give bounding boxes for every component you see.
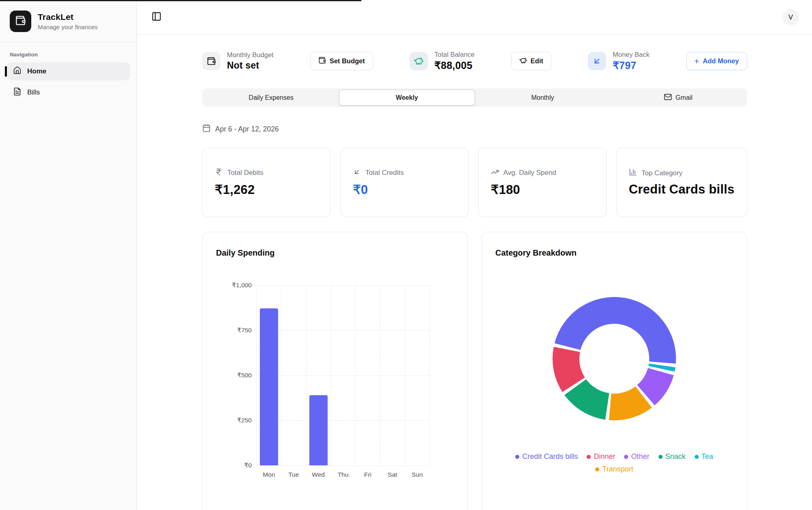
rupee-icon <box>215 168 223 178</box>
main-area: V Monthly Budget Not set Set Budget <box>137 0 812 510</box>
legend-label: Tea <box>702 452 713 461</box>
nav-list: Home Bills <box>0 62 136 101</box>
stat-label: Total Debits <box>227 169 263 177</box>
legend-item-tea[interactable]: Tea <box>695 452 713 461</box>
app-tagline: Manage your finances <box>38 24 98 30</box>
stat-value: Credit Cards bills <box>629 182 734 197</box>
legend-label: Snack <box>665 452 686 461</box>
x-axis-tick: Sat <box>388 471 397 478</box>
calendar-icon <box>202 124 211 134</box>
stat-value: ₹0 <box>353 182 456 197</box>
button-label: Add Money <box>703 57 739 65</box>
content: Monthly Budget Not set Set Budget Total … <box>137 35 812 510</box>
wallet-icon <box>318 56 326 66</box>
wallet-icon <box>15 15 26 28</box>
set-budget-button[interactable]: Set Budget <box>310 52 373 70</box>
piggy-bank-icon <box>519 56 527 66</box>
user-avatar[interactable]: V <box>782 9 799 26</box>
stat-card-avg-daily-spend: Avg. Daily Spend ₹180 <box>478 148 607 217</box>
button-label: Set Budget <box>330 57 365 65</box>
legend-item-credit-cards-bills[interactable]: Credit Cards bills <box>515 452 578 461</box>
tab-monthly[interactable]: Monthly <box>475 90 611 105</box>
avatar-initial: V <box>788 13 793 22</box>
tab-label: Monthly <box>531 94 554 101</box>
x-axis-tick: Mon <box>263 471 275 478</box>
tab-daily-expenses[interactable]: Daily Expenses <box>203 90 339 105</box>
daily-spending-card: Daily Spending ₹1,000₹750₹500₹250₹0MonTu… <box>202 232 468 510</box>
summary-label: Money Back <box>613 51 650 58</box>
legend-dot <box>659 455 663 459</box>
button-label: Edit <box>531 57 543 65</box>
sidebar-item-label: Home <box>27 67 46 75</box>
x-axis-tick: Fri <box>364 471 371 478</box>
legend-label: Transport <box>602 465 633 473</box>
gridline-h <box>257 375 430 376</box>
gridline-h <box>257 420 430 421</box>
category-donut-chart <box>495 296 733 422</box>
tab-label: Daily Expenses <box>249 94 294 101</box>
y-axis-tick: ₹1,000 <box>232 282 252 289</box>
summary-value: ₹797 <box>613 60 650 71</box>
charts-row: Daily Spending ₹1,000₹750₹500₹250₹0MonTu… <box>202 232 747 510</box>
legend-item-snack[interactable]: Snack <box>659 452 686 461</box>
gridline-v <box>380 285 380 465</box>
legend-label: Credit Cards bills <box>522 452 578 461</box>
gridline-h <box>257 330 430 331</box>
bar-wed[interactable] <box>309 395 328 465</box>
sidebar-toggle-button[interactable] <box>149 11 163 24</box>
sidebar-item-label: Bills <box>27 88 40 97</box>
gridline-v <box>405 285 405 465</box>
sidebar-item-home[interactable]: Home <box>6 62 130 80</box>
app-logo <box>10 11 31 32</box>
stat-card-top-category: Top Category Credit Cards bills <box>616 148 747 217</box>
stat-card-total-debits: Total Debits ₹1,262 <box>202 148 330 217</box>
sidebar: TrackLet Manage your finances Navigation… <box>0 0 137 510</box>
stat-value: ₹180 <box>491 182 594 197</box>
y-axis-tick: ₹0 <box>244 462 252 469</box>
money-back-text: Money Back ₹797 <box>613 51 650 71</box>
mail-icon <box>664 93 672 103</box>
tab-label: Gmail <box>676 94 693 101</box>
date-range-row: Apr 6 - Apr 12, 2026 <box>202 124 747 134</box>
legend-item-dinner[interactable]: Dinner <box>587 452 615 461</box>
category-breakdown-card: Category Breakdown Credit Cards billsDin… <box>482 232 747 510</box>
stat-card-total-credits: Total Credits ₹0 <box>340 148 469 217</box>
app-identity: TrackLet Manage your finances <box>38 12 98 30</box>
app-name: TrackLet <box>38 12 98 22</box>
gridline-v <box>430 285 430 465</box>
active-indicator <box>5 66 7 77</box>
summary-value: Not set <box>227 60 274 71</box>
edit-balance-button[interactable]: Edit <box>511 52 551 70</box>
monthly-budget-text: Monthly Budget Not set <box>227 51 274 71</box>
period-tabs: Daily Expenses Weekly Monthly Gmail <box>202 88 747 107</box>
panel-left-icon <box>151 11 162 23</box>
sidebar-item-bills[interactable]: Bills <box>6 84 130 101</box>
tab-label: Weekly <box>396 94 418 101</box>
tab-weekly[interactable]: Weekly <box>339 90 475 105</box>
legend-label: Other <box>631 452 649 461</box>
plus-icon: + <box>694 57 699 65</box>
donut-legend: Credit Cards billsDinnerOtherSnackTeaTra… <box>501 452 728 473</box>
gridline-v <box>355 285 356 465</box>
add-money-button[interactable]: + Add Money <box>686 52 747 70</box>
topbar: V <box>137 0 812 35</box>
piggy-bank-icon <box>410 52 428 70</box>
legend-dot <box>587 455 591 459</box>
gridline-v <box>331 285 331 465</box>
monthly-budget-summary: Monthly Budget Not set <box>202 51 274 71</box>
trending-up-icon <box>491 168 499 178</box>
legend-item-other[interactable]: Other <box>624 452 649 461</box>
window-top-edge <box>0 0 361 1</box>
y-axis-tick: ₹500 <box>237 372 252 379</box>
total-balance-text: Total Balance ₹88,005 <box>434 51 475 71</box>
legend-dot <box>515 455 519 459</box>
legend-item-transport[interactable]: Transport <box>595 465 633 473</box>
tab-gmail[interactable]: Gmail <box>611 90 746 105</box>
chart-title: Daily Spending <box>216 248 454 258</box>
bar-mon[interactable] <box>260 308 278 465</box>
summary-label: Total Balance <box>434 51 475 58</box>
home-icon <box>13 66 22 77</box>
x-axis-tick: Thu <box>338 471 349 478</box>
file-text-icon <box>13 87 22 98</box>
x-axis-tick: Sun <box>412 471 423 478</box>
